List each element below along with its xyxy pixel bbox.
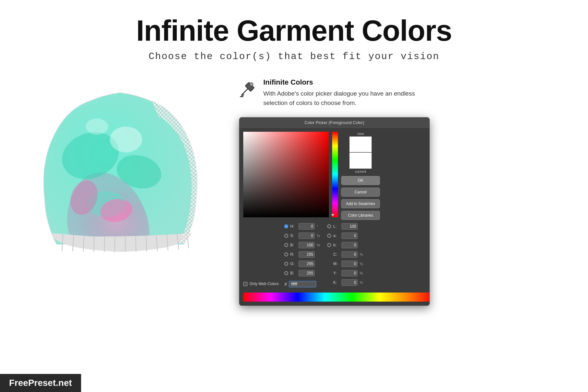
right-section: Inifinite Colors With Adobe's color pick… bbox=[239, 75, 562, 306]
b-radio[interactable] bbox=[284, 243, 288, 247]
h-input[interactable] bbox=[299, 223, 315, 230]
y-unit: % bbox=[360, 271, 364, 275]
m-input[interactable] bbox=[341, 261, 358, 267]
svg-line-24 bbox=[104, 237, 105, 252]
c-row: C: % bbox=[327, 251, 364, 258]
preview-buttons-area: new current OK Cancel Add to Swatches Co… bbox=[341, 132, 380, 220]
g-radio[interactable] bbox=[284, 262, 288, 266]
s-unit: % bbox=[317, 234, 321, 238]
content-area: Inifinite Colors With Adobe's color pick… bbox=[0, 62, 588, 306]
b-input[interactable] bbox=[299, 242, 315, 248]
c-unit: % bbox=[360, 253, 364, 256]
svg-point-18 bbox=[110, 127, 142, 152]
y-label: Y: bbox=[333, 271, 340, 275]
info-desc: With Adobe's color picker dialogue you h… bbox=[263, 89, 418, 108]
hex-row: # bbox=[284, 281, 321, 287]
svg-line-25 bbox=[115, 237, 115, 252]
svg-line-27 bbox=[136, 237, 136, 252]
a-label: a: bbox=[333, 233, 340, 238]
l-radio[interactable] bbox=[327, 224, 331, 228]
b3-row: b: bbox=[327, 242, 364, 248]
logo-text: FreePreset.net bbox=[9, 378, 72, 388]
preview-area: new current bbox=[341, 132, 380, 173]
a-row: a: bbox=[327, 232, 364, 239]
lab-cmyk-values: L: a: b: C: bbox=[327, 223, 364, 287]
web-colors-section: Only Web Colors bbox=[243, 223, 278, 287]
k-label: K: bbox=[333, 280, 340, 285]
c-input[interactable] bbox=[341, 251, 358, 258]
g-label: G: bbox=[290, 262, 297, 266]
k-unit: % bbox=[360, 281, 364, 284]
s-label: S: bbox=[290, 233, 297, 238]
h-label: H: bbox=[290, 224, 297, 229]
preview-current bbox=[349, 153, 372, 169]
h-radio[interactable] bbox=[284, 224, 288, 228]
info-title: Inifinite Colors bbox=[263, 78, 562, 87]
rainbow-section bbox=[239, 290, 429, 305]
b3-label: b: bbox=[333, 243, 340, 247]
s-row: S: % bbox=[284, 232, 321, 239]
hsb-values: H: ° S: % B: % bbox=[284, 223, 321, 287]
s-input[interactable] bbox=[299, 232, 315, 239]
b3-input[interactable] bbox=[341, 242, 358, 248]
preview-new bbox=[349, 136, 372, 152]
r-radio[interactable] bbox=[284, 253, 288, 256]
dialog-titlebar: Color Picker (Foreground Color) bbox=[239, 118, 429, 128]
values-section: Only Web Colors H: ° S: % bbox=[239, 222, 429, 290]
k-input[interactable] bbox=[341, 279, 358, 286]
main-title: Infinite Garment Colors bbox=[0, 16, 588, 45]
hex-label: # bbox=[284, 282, 287, 287]
hue-bar[interactable] bbox=[332, 132, 338, 217]
new-label: new bbox=[357, 132, 364, 136]
y-input[interactable] bbox=[341, 270, 358, 276]
m-unit: % bbox=[360, 262, 364, 266]
hat-image bbox=[26, 75, 213, 262]
info-text-block: Inifinite Colors With Adobe's color pick… bbox=[263, 78, 562, 108]
g-input[interactable] bbox=[299, 261, 315, 267]
color-picker-dialog: Color Picker (Foreground Color) bbox=[239, 117, 430, 306]
b2-radio[interactable] bbox=[284, 271, 288, 275]
l-label: L: bbox=[333, 224, 340, 229]
a-radio[interactable] bbox=[327, 234, 331, 238]
current-label: current bbox=[355, 170, 366, 173]
eyedropper-icon bbox=[239, 80, 257, 98]
b2-row: B: bbox=[284, 270, 321, 276]
gradient-box[interactable] bbox=[243, 132, 329, 217]
k-row: K: % bbox=[327, 279, 364, 286]
color-libraries-button[interactable]: Color Libraries bbox=[341, 211, 380, 220]
b2-label: B: bbox=[290, 271, 297, 275]
l-input[interactable] bbox=[341, 223, 358, 230]
info-block: Inifinite Colors With Adobe's color pick… bbox=[239, 75, 562, 111]
svg-point-19 bbox=[86, 119, 108, 135]
y-row: Y: % bbox=[327, 270, 364, 276]
cancel-button[interactable]: Cancel bbox=[341, 188, 380, 197]
buttons-col: OK Cancel Add to Swatches Color Librarie… bbox=[341, 176, 380, 220]
m-label: M: bbox=[333, 262, 340, 266]
web-colors-label: Only Web Colors bbox=[249, 282, 278, 286]
b-label: B: bbox=[290, 243, 297, 247]
rainbow-bar[interactable] bbox=[243, 293, 430, 302]
hat-image-section bbox=[26, 75, 220, 269]
r-input[interactable] bbox=[299, 251, 315, 258]
hex-input[interactable] bbox=[289, 281, 316, 287]
m-row: M: % bbox=[327, 261, 364, 267]
b-unit: % bbox=[317, 243, 321, 247]
h-unit: ° bbox=[317, 224, 321, 228]
l-row: L: bbox=[327, 223, 364, 230]
r-label: R: bbox=[290, 252, 297, 257]
b3-radio[interactable] bbox=[327, 243, 331, 247]
s-radio[interactable] bbox=[284, 234, 288, 238]
logo-bar: FreePreset.net bbox=[0, 374, 81, 392]
b2-input[interactable] bbox=[299, 270, 315, 276]
add-to-swatches-button[interactable]: Add to Swatches bbox=[341, 199, 380, 208]
ok-button[interactable]: OK bbox=[341, 176, 380, 185]
web-colors-row: Only Web Colors bbox=[243, 282, 278, 286]
a-input[interactable] bbox=[341, 232, 358, 239]
web-colors-checkbox[interactable] bbox=[243, 282, 247, 286]
c-label: C: bbox=[333, 252, 340, 257]
h-row: H: ° bbox=[284, 223, 321, 230]
dialog-top-area: new current OK Cancel Add to Swatches Co… bbox=[239, 128, 429, 222]
header-section: Infinite Garment Colors Choose the color… bbox=[0, 0, 588, 62]
svg-line-34 bbox=[242, 88, 248, 95]
b-row: B: % bbox=[284, 242, 321, 248]
